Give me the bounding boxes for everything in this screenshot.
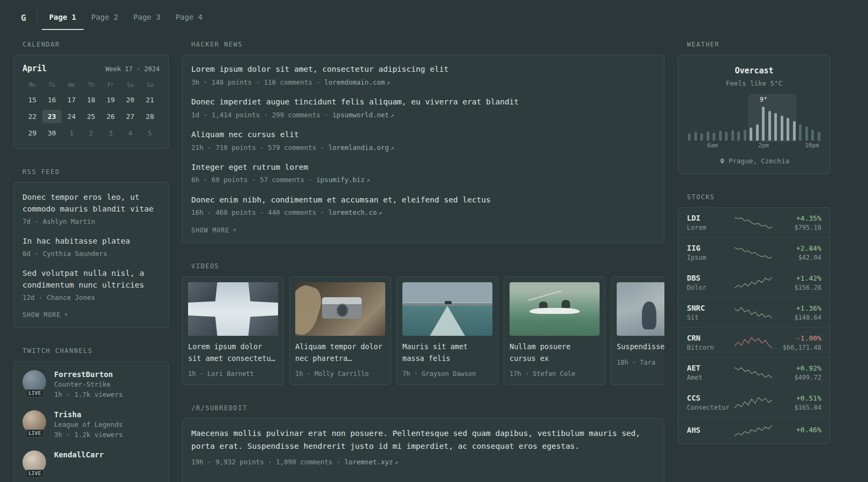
tab-page-2[interactable]: Page 2 <box>84 5 126 30</box>
stock-price: $165.84 <box>772 404 821 411</box>
rss-item-title[interactable]: In hac habitasse platea <box>23 235 160 247</box>
hackernews-item: Aliquam nec cursus elit 21h · 710 points… <box>191 129 655 153</box>
hackernews-item-domain[interactable]: ipsumworld.net↗ <box>332 111 394 119</box>
calendar-dow: Mo <box>23 82 42 88</box>
middle-column: HACKER NEWS Lorem ipsum dolor sit amet, … <box>182 41 664 482</box>
hackernews-show-more-button[interactable]: SHOW MORE ∨ <box>191 227 655 234</box>
weather-bar <box>694 132 697 141</box>
stock-row[interactable]: CCS Consectetur +0.51% $165.84 <box>678 387 830 417</box>
hackernews-item-domain[interactable]: loremtech.co↗ <box>328 208 382 216</box>
channel-meta: 1h · 1.7k viewers <box>54 390 123 400</box>
weather-bar <box>793 121 796 141</box>
calendar-day: 25 <box>81 110 101 123</box>
weather-time-labels: 6am2pm10pm <box>687 142 821 149</box>
stock-row[interactable]: DBS Dolor +1.42% $156.28 <box>678 267 830 297</box>
hackernews-item: Donec enim nibh, condimentum et accumsan… <box>191 194 655 218</box>
thumbnail-art <box>445 301 452 304</box>
thumbnail-art <box>295 282 325 336</box>
video-thumbnail[interactable] <box>510 282 600 336</box>
hackernews-item-meta: 16h · 468 points · 440 comments · loremt… <box>191 208 655 217</box>
tab-page-4[interactable]: Page 4 <box>168 5 210 30</box>
calendar-card: April Week 17 · 2024 MoTuWeThFrSaSu 1516… <box>13 55 169 149</box>
channel-name[interactable]: ForrestBurton <box>54 370 123 379</box>
stock-row[interactable]: IIG Ipsum +2.84% $42.04 <box>678 237 830 267</box>
hackernews-item-title[interactable]: Aliquam nec cursus elit <box>191 129 655 141</box>
video-meta: 7h · Grayson Dawson <box>402 370 492 379</box>
video-title[interactable]: Lorem ipsum dolor sit amet consectetu… <box>188 341 278 364</box>
stock-name: Lorem <box>687 224 734 231</box>
stock-sparkline <box>734 424 772 438</box>
video-title[interactable]: Nullam posuere cursus ex <box>510 341 600 364</box>
hackernews-item-domain[interactable]: ipsumify.biz↗ <box>316 176 370 184</box>
twitch-channel[interactable]: LIVE KendallCarr <box>23 450 160 475</box>
weather-bar <box>781 116 783 141</box>
weather-bar <box>774 113 777 141</box>
twitch-channel[interactable]: LIVE Trisha League of Legends 3h · 1.2k … <box>23 410 160 440</box>
weather-bar <box>811 130 814 141</box>
subreddit-post-title[interactable]: Maecenas mollis pulvinar erat non posuer… <box>191 427 655 453</box>
app-logo[interactable]: G <box>13 5 37 30</box>
stock-name: Amet <box>687 374 734 381</box>
weather-bar <box>713 133 715 141</box>
video-thumbnail[interactable] <box>295 282 385 336</box>
section-title-subreddit: /R/SUBREDDIT <box>182 404 664 412</box>
hackernews-item-domain[interactable]: loremdomain.com↗ <box>324 78 390 86</box>
video-thumbnail[interactable] <box>617 282 664 336</box>
subreddit-post-domain[interactable]: loremnet.xyz↗ <box>345 458 398 466</box>
stock-row[interactable]: AET Amet +0.92% $499.72 <box>678 357 830 387</box>
video-title[interactable]: Suspendisse diam <box>617 341 664 353</box>
rss-item-title[interactable]: Sed volutpat nulla nisl, a condimentum n… <box>23 267 160 291</box>
stock-row[interactable]: AHS +0.46% <box>678 417 830 443</box>
stock-sparkline <box>734 336 772 350</box>
calendar-day: 28 <box>140 110 160 123</box>
video-thumbnail[interactable] <box>188 282 278 336</box>
calendar-dow-row: MoTuWeThFrSaSu <box>23 82 160 88</box>
hackernews-item-title[interactable]: Donec imperdiet augue tincidunt felis al… <box>191 96 655 108</box>
thumbnail-art <box>528 291 562 302</box>
stock-values: +4.35% $795.18 <box>772 214 821 231</box>
video-card[interactable]: Aliquam tempor dolor nec pharetra… 1h · … <box>289 276 391 385</box>
stock-row[interactable]: LDI Lorem +4.35% $795.18 <box>678 208 830 237</box>
video-card[interactable]: Lorem ipsum dolor sit amet consectetu… 1… <box>182 276 284 385</box>
stock-change: -1.00% <box>772 334 821 342</box>
calendar-widget: CALENDAR April Week 17 · 2024 MoTuWeThFr… <box>13 41 169 149</box>
avatar-wrap: LIVE <box>23 410 47 435</box>
video-card[interactable]: Mauris sit amet massa felis 7h · Grayson… <box>396 276 498 385</box>
rss-item-title[interactable]: Donec tempor eros leo, ut commodo mauris… <box>23 191 160 215</box>
hackernews-item-domain[interactable]: loremlandia.org↗ <box>328 144 394 152</box>
section-title-weather: WEATHER <box>678 41 830 48</box>
stock-row[interactable]: CRN Bitcorn -1.00% $66,171.48 <box>678 327 830 357</box>
weather-time-label: 6am <box>707 142 718 149</box>
rss-card: Donec tempor eros leo, ut commodo mauris… <box>13 182 169 328</box>
video-card[interactable]: Suspendisse diam 18h · Tara <box>611 276 664 385</box>
stock-values: -1.00% $66,171.48 <box>772 334 821 351</box>
thumbnail-art <box>642 302 656 329</box>
tab-page-1[interactable]: Page 1 <box>42 5 84 30</box>
video-card[interactable]: Nullam posuere cursus ex 17h · Stefan Co… <box>504 276 605 385</box>
domain-text: ipsumify.biz <box>316 176 364 184</box>
twitch-channel[interactable]: LIVE ForrestBurton Counter-Strike 1h · 1… <box>23 370 160 400</box>
stock-values: +0.46% <box>772 426 821 435</box>
video-title[interactable]: Mauris sit amet massa felis <box>402 341 492 364</box>
video-thumbnail[interactable] <box>402 282 492 336</box>
stock-sparkline <box>734 246 772 260</box>
hackernews-item-title[interactable]: Integer eget rutrum lorem <box>191 162 655 174</box>
hackernews-item-title[interactable]: Donec enim nibh, condimentum et accumsan… <box>191 194 655 206</box>
stock-id: CCS Consectetur <box>687 394 734 411</box>
video-title[interactable]: Aliquam tempor dolor nec pharetra… <box>295 341 385 364</box>
stock-row[interactable]: SNRC Sit +1.36% $148.64 <box>678 297 830 327</box>
stock-price: $499.72 <box>772 374 821 381</box>
rss-show-more-button[interactable]: SHOW MORE ∨ <box>23 311 160 319</box>
calendar-day: 4 <box>121 126 140 140</box>
hackernews-item-title[interactable]: Lorem ipsum dolor sit amet, consectetur … <box>191 64 655 76</box>
thumbnail-art <box>248 282 278 303</box>
domain-text: loremtech.co <box>328 208 377 216</box>
thumbnail-art <box>188 282 218 303</box>
channel-name[interactable]: Trisha <box>54 410 123 419</box>
channel-game: League of Legends <box>54 420 123 428</box>
calendar-day: 23 <box>42 110 62 123</box>
weather-condition: Overcast <box>687 66 821 76</box>
tab-page-3[interactable]: Page 3 <box>126 5 168 30</box>
channel-name[interactable]: KendallCarr <box>54 450 104 459</box>
hackernews-item-meta: 3h · 148 points · 116 comments · loremdo… <box>191 78 655 87</box>
